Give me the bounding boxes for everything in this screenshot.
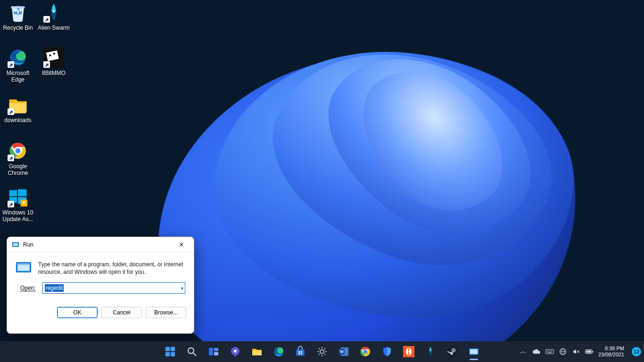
shortcut-overlay-icon: ↗	[8, 201, 14, 207]
search-icon	[186, 346, 198, 357]
shortcut-overlay-icon: ↗	[43, 16, 50, 23]
svg-rect-71	[586, 351, 591, 353]
alien-swarm-icon: ↗	[43, 2, 64, 23]
svg-line-45	[324, 348, 325, 349]
battery-icon	[585, 349, 594, 354]
edge-button[interactable]	[269, 342, 288, 361]
origin-icon	[403, 346, 414, 357]
taskbar-clock[interactable]: 8:38 PM 23/08/2021	[598, 346, 627, 358]
run-taskbar-button[interactable]	[464, 342, 483, 361]
svg-line-25	[193, 353, 196, 356]
svg-rect-60	[548, 351, 549, 352]
keyboard-tray-icon[interactable]	[545, 347, 554, 356]
svg-rect-0	[11, 6, 25, 8]
taskbar: W ︿	[0, 341, 644, 362]
svg-rect-27	[214, 348, 218, 351]
windows-security-button[interactable]	[378, 342, 396, 361]
svg-rect-33	[298, 351, 300, 353]
desktop-icon-windows-update-assistant[interactable]: ↗ Windows 10 Update As...	[0, 187, 36, 222]
shortcut-overlay-icon: ↗	[8, 61, 14, 68]
svg-line-43	[324, 354, 325, 355]
desktop-icon-recycle-bin[interactable]: Recycle Bin	[0, 2, 36, 31]
svg-rect-57	[546, 350, 554, 354]
taskbar-right: ︿ 8:38 PM 23/08/2021 12	[519, 341, 641, 362]
store-button[interactable]	[291, 342, 310, 361]
desktop-icon-label: 8BitMMO	[36, 70, 72, 76]
open-input-value[interactable]: regedit	[45, 284, 64, 292]
run-title: Run	[23, 241, 172, 248]
chevron-up-icon: ︿	[520, 347, 527, 356]
run-dialog: Run ✕ Type the name of a program, folder…	[7, 237, 194, 334]
cancel-button[interactable]: Cancel	[101, 307, 142, 318]
svg-rect-70	[592, 351, 593, 352]
notification-badge[interactable]: 12	[632, 347, 641, 356]
onedrive-tray-icon[interactable]	[532, 347, 541, 356]
word-button[interactable]: W	[334, 342, 353, 361]
open-label: Open:	[20, 285, 36, 291]
chrome-icon	[360, 346, 371, 357]
svg-rect-28	[214, 352, 218, 355]
file-explorer-button[interactable]	[248, 342, 266, 361]
steam-button[interactable]	[443, 342, 462, 361]
chrome-button[interactable]	[356, 342, 375, 361]
search-button[interactable]	[182, 342, 201, 361]
close-icon: ✕	[179, 241, 184, 248]
edge-icon: ↗	[8, 47, 28, 68]
folder-icon: ↗	[8, 94, 28, 115]
shield-icon	[381, 346, 393, 357]
battery-tray-icon[interactable]	[585, 347, 594, 356]
task-view-icon	[208, 346, 219, 357]
browse-button[interactable]: Browse...	[146, 307, 186, 318]
close-button[interactable]: ✕	[172, 238, 191, 251]
clock-time: 8:38 PM	[598, 346, 624, 352]
ok-button[interactable]: OK	[57, 307, 98, 318]
desktop-icon-alien-swarm[interactable]: ↗ Alien Swarm	[36, 2, 72, 31]
svg-rect-5	[49, 54, 51, 56]
open-combobox[interactable]: regedit ▾	[42, 282, 185, 294]
svg-rect-34	[301, 351, 302, 353]
chat-button[interactable]	[226, 342, 245, 361]
svg-point-24	[188, 348, 194, 354]
alien-swarm-icon	[425, 346, 436, 357]
desktop-icon-label: downloads	[0, 117, 36, 123]
svg-rect-21	[171, 347, 175, 351]
svg-rect-26	[209, 348, 213, 355]
task-view-button[interactable]	[204, 342, 223, 361]
svg-rect-63	[547, 352, 552, 353]
svg-point-30	[234, 350, 237, 353]
start-button[interactable]	[161, 342, 180, 361]
volume-tray-icon[interactable]	[572, 347, 580, 356]
svg-line-42	[319, 348, 320, 349]
svg-text:W: W	[340, 349, 344, 354]
chevron-down-icon[interactable]: ▾	[181, 286, 183, 291]
svg-rect-6	[53, 53, 55, 55]
svg-point-50	[363, 350, 367, 354]
svg-point-1	[52, 10, 55, 13]
alien-swarm-button[interactable]	[421, 342, 440, 361]
svg-rect-10	[9, 190, 17, 196]
gear-icon	[316, 346, 328, 357]
clock-date: 23/08/2021	[598, 352, 624, 358]
settings-button[interactable]	[313, 342, 331, 361]
desktop-icon-google-chrome[interactable]: ↗ Google Chrome	[0, 140, 36, 176]
speaker-muted-icon	[572, 348, 580, 355]
desktop-icon-downloads[interactable]: ↗ downloads	[0, 94, 36, 123]
desktop-icon-label: Google Chrome	[0, 163, 36, 176]
svg-rect-56	[470, 349, 478, 354]
svg-rect-62	[551, 351, 552, 352]
network-tray-icon[interactable]	[559, 347, 567, 356]
svg-rect-16	[13, 243, 18, 246]
origin-button[interactable]	[399, 342, 418, 361]
globe-icon	[559, 348, 567, 355]
svg-point-37	[320, 350, 324, 354]
steam-icon	[446, 346, 458, 357]
desktop-icon-microsoft-edge[interactable]: ↗ Microsoft Edge	[0, 47, 36, 83]
desktop-icon-label: Alien Swarm	[36, 25, 72, 31]
cloud-icon	[532, 348, 541, 355]
chat-icon	[230, 346, 241, 357]
svg-rect-22	[165, 352, 170, 356]
run-titlebar[interactable]: Run ✕	[7, 237, 194, 252]
windows-update-icon: ↗	[8, 187, 28, 207]
tray-overflow-button[interactable]: ︿	[519, 347, 528, 356]
desktop-icon-8bitmmo[interactable]: ↗ 8BitMMO	[36, 47, 72, 76]
